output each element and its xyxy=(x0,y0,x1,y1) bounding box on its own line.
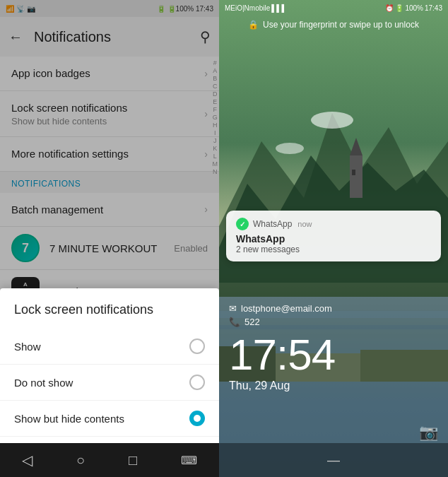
recent-nav-icon[interactable]: □ xyxy=(129,452,137,469)
missed-calls-display: 📞 522 xyxy=(229,317,335,327)
right-status-bar: MEiO|Nmobile ▌▌▌ ⏰ 🔋 100% 17:43 xyxy=(219,0,448,16)
notification-app-name: WhatsApp xyxy=(253,219,292,229)
notification-title: WhatsApp xyxy=(236,233,431,245)
right-status-left: MEiO|Nmobile ▌▌▌ xyxy=(225,4,287,12)
missed-calls-count: 522 xyxy=(244,317,260,327)
svg-point-10 xyxy=(276,143,304,154)
whatsapp-notification-card[interactable]: ✓ WhatsApp now WhatsApp 2 new messages xyxy=(226,211,441,261)
keyboard-nav-icon[interactable]: ⌨ xyxy=(181,454,197,467)
back-nav-icon[interactable]: ◁ xyxy=(22,452,33,469)
carrier-text: MEiO|Nmobile xyxy=(225,4,270,12)
email-address: lostphone@email.com xyxy=(241,303,332,314)
radio-show-hide[interactable] xyxy=(189,411,205,426)
phone-icon: 📞 xyxy=(229,317,240,327)
dialog-option-show-hide[interactable]: Show but hide contents xyxy=(0,401,219,437)
right-time: 17:43 xyxy=(425,4,442,12)
whatsapp-icon: ✓ xyxy=(236,218,249,230)
radio-do-not-show[interactable] xyxy=(189,375,205,390)
dialog-option-do-not-show-label: Do not show xyxy=(14,377,189,389)
svg-rect-3 xyxy=(350,155,362,198)
clock-date: Thu, 29 Aug xyxy=(229,379,335,392)
right-home-icon: — xyxy=(327,453,340,468)
email-display: ✉ lostphone@email.com xyxy=(229,303,335,314)
dialog-option-show[interactable]: Show xyxy=(0,329,219,365)
svg-point-9 xyxy=(311,112,353,129)
right-nav-bar: — xyxy=(219,443,448,477)
notification-header: ✓ WhatsApp now xyxy=(236,218,431,230)
notification-time: now xyxy=(297,220,312,228)
home-nav-icon[interactable]: ○ xyxy=(76,452,85,469)
lock-icon: 🔒 xyxy=(248,20,259,30)
dialog-option-do-not-show[interactable]: Do not show xyxy=(0,365,219,401)
signal-bars-icon: ▌▌▌ xyxy=(271,4,286,12)
radio-show[interactable] xyxy=(189,338,205,354)
right-battery-icon: 🔋 xyxy=(395,4,403,12)
dialog-option-show-label: Show xyxy=(14,341,189,353)
unlock-hint-text: Use your fingerprint or swipe up to unlo… xyxy=(263,20,419,30)
left-panel: 📶 📡 📷 🔋 🔋100% 17:43 ← Notifications ⚲ Ap… xyxy=(0,0,219,477)
unlock-hint: 🔒 Use your fingerprint or swipe up to un… xyxy=(219,20,448,30)
email-icon: ✉ xyxy=(229,303,237,314)
right-battery-level: 100% xyxy=(405,4,423,12)
alarm-icon: ⏰ xyxy=(385,4,394,12)
right-status-right: ⏰ 🔋 100% 17:43 xyxy=(385,4,442,12)
svg-rect-13 xyxy=(360,350,448,382)
camera-icon[interactable]: 📷 xyxy=(419,423,438,441)
camera-shortcut[interactable]: 📷 xyxy=(419,423,438,442)
dialog-title: Lock screen notifications xyxy=(0,302,219,329)
svg-rect-5 xyxy=(352,170,355,175)
right-panel: MEiO|Nmobile ▌▌▌ ⏰ 🔋 100% 17:43 🔒 Use yo… xyxy=(219,0,448,477)
left-nav-bar: ◁ ○ □ ⌨ xyxy=(0,443,219,477)
dialog-option-show-hide-label: Show but hide contents xyxy=(14,413,189,425)
clock-area: ✉ lostphone@email.com 📞 522 17:54 Thu, 2… xyxy=(229,303,335,392)
notification-body: 2 new messages xyxy=(236,245,431,254)
radio-inner-selected xyxy=(194,415,201,422)
clock-time: 17:54 xyxy=(229,333,335,377)
